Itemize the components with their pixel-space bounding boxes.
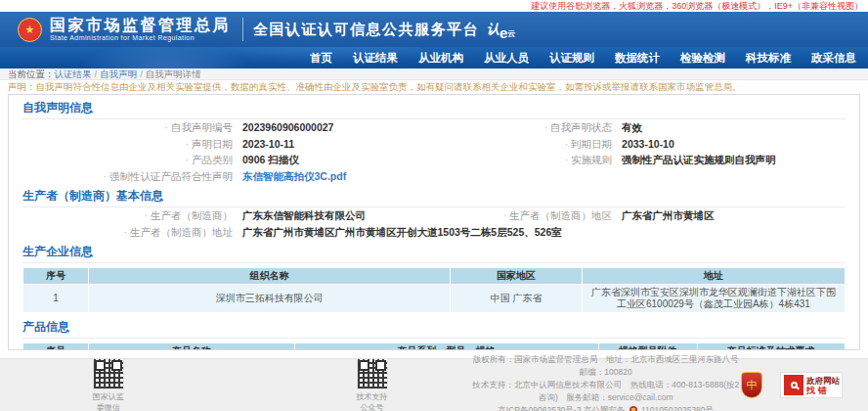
field-label: 声明日期 — [22, 136, 233, 153]
browser-tip: 建议使用谷歌浏览器，火狐浏览器，360浏览器（极速模式），IE9+（非兼容性视图… — [0, 0, 868, 12]
column-header: 国家地区 — [451, 268, 583, 285]
nav-item[interactable]: 科技标准 — [746, 51, 791, 66]
section-title-declaration: 自我声明信息 — [22, 96, 846, 119]
qr-label: 国家认监委微信 — [90, 391, 127, 411]
footer-police-no: 11010502035380号 — [641, 405, 714, 411]
field-label: 到期日期 — [475, 136, 612, 153]
field-value: 强制性产品认证实施规则自我声明 — [622, 152, 776, 168]
field-row: 实施规则 强制性产品认证实施规则自我声明 — [475, 152, 846, 168]
page-footer: 国家认监委微信 技术支持公众号 版权所有：国家市场监督管理总局 地址：北京市西城… — [0, 358, 868, 411]
gov-site-error-report-badge[interactable]: 政府网站 找错 — [780, 372, 843, 398]
field-value: 广东省广州市黄埔区广州市黄埔区开创大道1503号二栋5层525、526室 — [242, 224, 562, 241]
cyber-police-badge-icon[interactable]: 中 — [741, 372, 762, 398]
footer-copyright: 版权所有：国家市场监督管理总局 地址：北京市西城区三里河东路八号 邮编：1008… — [470, 353, 741, 379]
field-label: 自我声明编号 — [22, 119, 233, 136]
platform-title: 全国认证认可信息公共服务平台 — [253, 21, 479, 39]
site-header: ★ 国家市场监督管理总局 State Administration for Ma… — [0, 12, 868, 47]
column-header: 规格型号附件 — [598, 343, 697, 351]
field-label: 产品类别 — [22, 152, 233, 168]
footer-badges: 中 政府网站 找错 — [741, 372, 868, 398]
ren-e-cloud-logo-icon: 认e云 — [487, 21, 515, 38]
declaration-right-column: 自我声明状态 有效 到期日期 2033-10-10 实施规则 强制性产品认证实施… — [475, 119, 846, 184]
table-cell: 中国 广东省 — [451, 285, 583, 313]
breadcrumb-current: 自我声明详情 — [146, 68, 201, 79]
qr-block-support: 技术支持公众号 — [354, 358, 391, 411]
field-value: 2033-10-10 — [622, 136, 674, 153]
field-row: 强制性认证产品符合性声明 东信智能高拍仪3C.pdf — [22, 168, 475, 185]
breadcrumb-prefix: 当前位置： — [8, 68, 55, 79]
footer-support: 技术支持：北京中认网信息技术有限公司 热线电话：400-813-5888(按2咨… — [470, 379, 741, 404]
field-row: 产品类别 0906 扫描仪 — [22, 152, 475, 168]
org-title-block: 国家市场监督管理总局 State Administration for Mark… — [50, 17, 231, 42]
magnifier-icon — [784, 375, 803, 395]
section-title-product: 产品信息 — [22, 315, 846, 339]
column-header: 地址 — [582, 268, 845, 285]
field-row: 生产者（制造商）地址 广东省广州市黄埔区广州市黄埔区开创大道1503号二栋5层5… — [22, 224, 846, 241]
national-emblem-icon: ★ — [18, 18, 42, 42]
field-label: 生产者（制造商）地址 — [22, 224, 233, 241]
declaration-left-column: 自我声明编号 2023960906000027 声明日期 2023-10-11 … — [22, 119, 475, 184]
detail-card: 自我声明信息 自我声明编号 2023960906000027 声明日期 2023… — [8, 94, 860, 350]
field-label: 生产者（制造商） — [22, 207, 233, 224]
qr-block-cnca: 国家认监委微信 — [90, 358, 127, 411]
nav-item[interactable]: 从业机构 — [418, 51, 463, 66]
gov-badge-line2: 找错 — [806, 386, 840, 395]
field-row: 生产者（制造商） 广东东信智能科技有限公司 — [22, 207, 475, 224]
qr-code-icon — [357, 358, 388, 389]
field-label: 强制性认证产品符合性声明 — [22, 168, 233, 185]
header-divider — [242, 18, 243, 41]
nav-item[interactable]: 数据统计 — [615, 51, 660, 66]
field-row: 自我声明状态 有效 — [475, 119, 846, 136]
footer-icp-line: 京ICP备09062530号-3 京公网安备 11010502035380号 — [470, 404, 741, 411]
column-header: 序号 — [23, 268, 89, 285]
nav-item[interactable]: 检验检测 — [680, 51, 725, 66]
section-title-factory: 生产企业信息 — [22, 240, 846, 263]
field-label: 生产者（制造商）地区 — [475, 207, 612, 224]
field-value: 2023-10-11 — [242, 136, 294, 153]
column-header: 产品系列、型号、规格 — [294, 343, 598, 351]
field-value: 2023960906000027 — [242, 119, 333, 136]
column-header: 产品名称 — [89, 343, 294, 351]
field-row: 声明日期 2023-10-11 — [22, 136, 475, 153]
field-label: 自我声明状态 — [475, 119, 612, 136]
column-header: 组织名称 — [89, 268, 451, 285]
declaration-pdf-link[interactable]: 东信智能高拍仪3C.pdf — [242, 168, 346, 185]
footer-police-prefix: 京公网安备 — [584, 405, 626, 411]
field-value: 0906 扫描仪 — [242, 152, 299, 168]
nav-item[interactable]: 从业人员 — [484, 51, 529, 66]
field-value: 有效 — [622, 119, 642, 136]
table-cell: 1 — [23, 285, 89, 313]
field-row: 生产者（制造商）地区 广东省广州市黄埔区 — [475, 207, 846, 224]
section-title-manufacturer: 生产者（制造商）基本信息 — [22, 184, 846, 207]
org-name-en: State Administration for Market Regulati… — [50, 33, 231, 42]
table-cell: 广东省深圳市宝安区深圳市龙华区观澜街道下湖社区下围工业区6100029号（鑫茂工… — [582, 285, 845, 313]
field-label: 实施规则 — [475, 152, 612, 168]
table-row: 1深圳市三拓科技有限公司中国 广东省广东省深圳市宝安区深圳市龙华区观澜街道下湖社… — [23, 285, 846, 313]
field-row: 自我声明编号 2023960906000027 — [22, 119, 475, 136]
main-nav: 首页 认证结果 从业机构 从业人员 认证规则 数据统计 检验检测 科技标准 政采… — [0, 47, 868, 68]
declaration-fields: 自我声明编号 2023960906000027 声明日期 2023-10-11 … — [22, 119, 846, 184]
manufacturer-fields: 生产者（制造商） 广东东信智能科技有限公司 生产者（制造商）地区 广东省广州市黄… — [22, 207, 846, 224]
disclaimer-statement: 声明：自我声明符合性信息由企业及相关实验室提供，数据的真实性、准确性由企业及实验… — [0, 80, 868, 93]
gov-badge-line1: 政府网站 — [806, 376, 840, 386]
breadcrumb-link-declaration[interactable]: 自我声明 — [100, 68, 137, 79]
column-header: 序号 — [23, 343, 89, 351]
nav-item[interactable]: 首页 — [310, 51, 332, 66]
field-row: 到期日期 2033-10-10 — [475, 136, 846, 153]
nav-item[interactable]: 认证结果 — [353, 51, 398, 66]
qr-label: 技术支持公众号 — [354, 391, 391, 411]
org-name-cn: 国家市场监督管理总局 — [50, 17, 231, 33]
qr-code-icon — [93, 358, 124, 389]
product-table: 序号产品名称产品系列、型号、规格规格型号附件产品标准及技术要求1高拍仪见附件-G… — [22, 342, 846, 350]
column-header: 产品标准及技术要求 — [697, 343, 845, 351]
police-emblem-icon — [629, 406, 637, 411]
footer-icp: 京ICP备09062530号-3 — [498, 405, 581, 411]
field-value: 广东东信智能科技有限公司 — [242, 207, 366, 224]
nav-item[interactable]: 政采信息 — [811, 51, 856, 66]
factory-table: 序号组织名称国家地区地址1深圳市三拓科技有限公司中国 广东省广东省深圳市宝安区深… — [22, 267, 846, 313]
nav-item[interactable]: 认证规则 — [549, 51, 594, 66]
breadcrumb-link-results[interactable]: 认证结果 — [55, 68, 92, 79]
footer-text-block: 版权所有：国家市场监督管理总局 地址：北京市西城区三里河东路八号 邮编：1008… — [470, 353, 741, 411]
field-value: 广东省广州市黄埔区 — [622, 207, 715, 224]
breadcrumb: 当前位置：认证结果/自我声明/自我声明详情 — [0, 68, 868, 80]
